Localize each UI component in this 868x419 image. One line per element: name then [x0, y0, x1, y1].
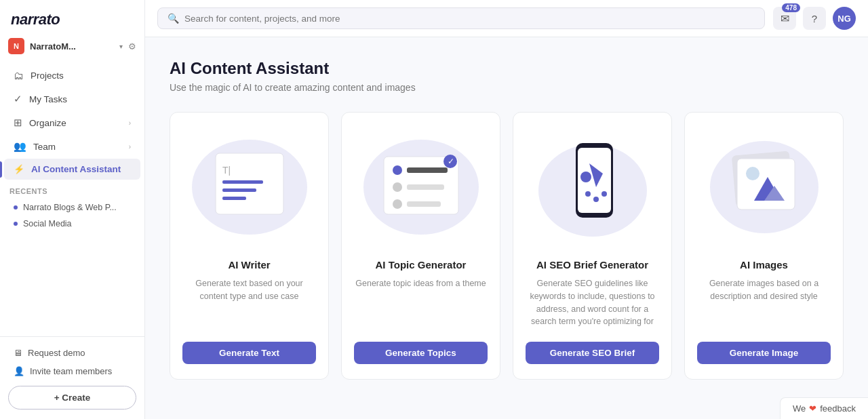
- generate-text-button[interactable]: Generate Text: [182, 342, 316, 364]
- svg-rect-11: [407, 184, 444, 190]
- users-icon: 👥: [14, 140, 26, 153]
- card-desc-ai-images: Generate images based on a description a…: [697, 277, 831, 328]
- main-area: 🔍 ✉ 478 ? NG AI Content Assistant Use th…: [145, 0, 868, 419]
- svg-rect-3: [222, 180, 263, 184]
- svg-point-22: [601, 191, 607, 197]
- svg-text:✓: ✓: [448, 157, 454, 166]
- recent-item-social[interactable]: Social Media: [9, 216, 135, 232]
- ai-writer-illustration: T|: [182, 126, 316, 248]
- card-ai-writer[interactable]: T| AI Writer Generate text based on your…: [170, 112, 329, 380]
- notification-badge: 478: [782, 3, 800, 12]
- nav-label-organize: Organize: [29, 118, 66, 128]
- svg-rect-4: [222, 188, 256, 192]
- question-icon: ?: [812, 13, 817, 24]
- feedback-bar[interactable]: We ❤ feedback: [780, 397, 868, 419]
- invite-team-label: Invite team members: [30, 366, 112, 376]
- sidebar-item-organize[interactable]: ⊞ Organize ›: [4, 111, 140, 134]
- ai-images-illustration: [697, 126, 831, 248]
- logo-area: narrato: [0, 0, 144, 34]
- generate-seo-brief-button[interactable]: Generate SEO Brief: [526, 342, 659, 364]
- team-chevron-icon: ›: [129, 143, 131, 151]
- page-subtitle: Use the magic of AI to create amazing co…: [170, 82, 844, 93]
- workspace-icon: N: [8, 38, 24, 54]
- heart-icon: ❤: [809, 403, 816, 414]
- svg-point-8: [393, 165, 402, 175]
- svg-point-10: [393, 182, 402, 192]
- card-ai-topic-generator[interactable]: ✓ AI Topic Generator Generate topic idea…: [341, 112, 500, 380]
- recent-label-blogs: Narrato Blogs & Web P...: [23, 203, 117, 212]
- search-icon: 🔍: [167, 13, 179, 24]
- svg-point-21: [593, 197, 599, 202]
- card-desc-ai-seo: Generate SEO guidelines like keywords to…: [526, 277, 659, 328]
- card-title-ai-writer: AI Writer: [228, 259, 270, 271]
- sidebar: narrato N NarratoM... ▾ ⚙ 🗂 Projects ✓ M…: [0, 0, 145, 419]
- search-box[interactable]: 🔍: [157, 7, 765, 29]
- search-input[interactable]: [184, 14, 755, 24]
- sidebar-nav: 🗂 Projects ✓ My Tasks ⊞ Organize › 👥 Tea…: [0, 61, 144, 336]
- organize-chevron-icon: ›: [129, 119, 131, 127]
- topbar: 🔍 ✉ 478 ? NG: [145, 0, 868, 37]
- generate-image-button[interactable]: Generate Image: [697, 342, 831, 364]
- sidebar-item-projects[interactable]: 🗂 Projects: [4, 64, 140, 87]
- recent-label-social: Social Media: [23, 219, 72, 228]
- check-icon: ✓: [14, 93, 22, 105]
- recent-dot-icon: [14, 222, 18, 226]
- page-title: AI Content Assistant: [170, 59, 844, 78]
- user-plus-icon: 👤: [14, 366, 24, 376]
- ai-seo-illustration: [526, 126, 659, 248]
- svg-rect-13: [407, 201, 441, 207]
- feedback-suffix: feedback: [820, 403, 856, 414]
- nav-label-my-tasks: My Tasks: [29, 94, 67, 104]
- workspace-gear-icon[interactable]: ⚙: [128, 41, 136, 52]
- generate-topics-button[interactable]: Generate Topics: [354, 342, 488, 364]
- create-button[interactable]: + Create: [8, 386, 136, 410]
- card-desc-ai-topic: Generate topic ideas from a theme: [355, 277, 486, 328]
- grid-icon: ⊞: [14, 117, 22, 129]
- sidebar-item-my-tasks[interactable]: ✓ My Tasks: [4, 87, 140, 111]
- nav-label-ai-assistant: AI Content Assistant: [31, 164, 121, 174]
- workspace-row[interactable]: N NarratoM... ▾ ⚙: [0, 34, 144, 61]
- recent-item-blogs[interactable]: Narrato Blogs & Web P...: [9, 199, 135, 216]
- svg-point-19: [580, 172, 591, 182]
- feedback-prefix: We: [793, 403, 806, 414]
- help-button[interactable]: ?: [803, 7, 826, 30]
- workspace-chevron-icon[interactable]: ▾: [119, 43, 123, 50]
- nav-label-team: Team: [33, 142, 56, 152]
- cards-grid: T| AI Writer Generate text based on your…: [170, 112, 844, 380]
- recent-dot-icon: [14, 205, 18, 210]
- card-title-ai-topic: AI Topic Generator: [376, 259, 467, 271]
- app-logo: narrato: [11, 11, 60, 28]
- card-title-ai-images: AI Images: [740, 259, 788, 271]
- monitor-icon: 🖥: [14, 348, 22, 358]
- card-ai-seo-brief[interactable]: AI SEO Brief Generator Generate SEO guid…: [513, 112, 672, 380]
- lightning-icon: ⚡: [14, 164, 24, 174]
- card-ai-images[interactable]: AI Images Generate images based on a des…: [684, 112, 844, 380]
- card-desc-ai-writer: Generate text based on your content type…: [182, 277, 316, 328]
- request-demo-link[interactable]: 🖥 Request demo: [8, 344, 136, 362]
- sidebar-item-team[interactable]: 👥 Team ›: [4, 135, 140, 158]
- svg-point-20: [585, 191, 591, 197]
- avatar[interactable]: NG: [833, 7, 856, 30]
- nav-label-projects: Projects: [31, 71, 64, 81]
- card-title-ai-seo: AI SEO Brief Generator: [536, 259, 648, 271]
- svg-point-12: [393, 199, 402, 209]
- sidebar-footer: 🖥 Request demo 👤 Invite team members + C…: [0, 336, 144, 419]
- svg-text:T|: T|: [222, 165, 231, 176]
- ai-topic-illustration: ✓: [354, 126, 488, 248]
- svg-rect-5: [222, 197, 246, 200]
- workspace-name: NarratoM...: [30, 41, 114, 52]
- sidebar-item-ai-content-assistant[interactable]: ⚡ AI Content Assistant: [4, 159, 140, 180]
- svg-point-28: [746, 167, 760, 180]
- topbar-icons: ✉ 478 ? NG: [773, 7, 856, 30]
- request-demo-label: Request demo: [28, 348, 85, 358]
- notifications-button[interactable]: ✉ 478: [773, 7, 796, 30]
- recents-label: Recents: [9, 187, 135, 195]
- content-area: AI Content Assistant Use the magic of AI…: [145, 37, 868, 419]
- svg-rect-9: [407, 167, 448, 173]
- briefcase-icon: 🗂: [14, 70, 24, 81]
- recents-section: Recents Narrato Blogs & Web P... Social …: [0, 180, 144, 235]
- invite-team-link[interactable]: 👤 Invite team members: [8, 362, 136, 380]
